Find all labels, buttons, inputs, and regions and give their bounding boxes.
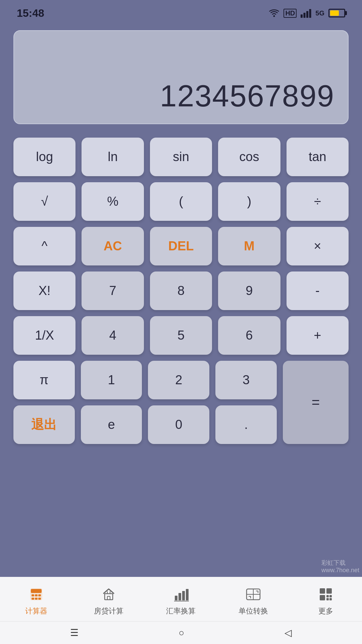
svg-rect-30	[326, 598, 329, 600]
btn-ln[interactable]: ln	[82, 138, 144, 176]
btn-percent[interactable]: %	[82, 182, 144, 221]
bottom-navigation: 计算器 房贷计算	[0, 577, 362, 644]
svg-rect-3	[306, 11, 308, 18]
btn-exit[interactable]: 退出	[13, 405, 75, 444]
gesture-menu[interactable]: ☰	[63, 626, 85, 640]
grid-icon	[317, 585, 335, 603]
svg-rect-27	[320, 595, 325, 600]
chart-icon	[172, 585, 190, 603]
watermark: 彩虹下载www.7hoe.net	[319, 557, 362, 575]
svg-rect-12	[38, 598, 41, 600]
nav-house-loan[interactable]: 房贷计算	[72, 585, 145, 616]
btn-sqrt[interactable]: √	[13, 182, 75, 221]
svg-rect-20	[186, 589, 189, 600]
row-num0: 退出 e 0 .	[13, 405, 277, 444]
btn-sin[interactable]: sin	[150, 138, 212, 176]
svg-rect-10	[32, 598, 34, 600]
svg-point-0	[273, 15, 275, 17]
row-num456: 1/X 4 5 6 +	[13, 316, 349, 355]
house-icon	[100, 585, 118, 603]
btn-cos[interactable]: cos	[218, 138, 280, 176]
btn-4[interactable]: 4	[82, 316, 144, 355]
btn-dot[interactable]: .	[215, 405, 277, 444]
gesture-back[interactable]: ◁	[278, 626, 299, 640]
row-num123-equal: π 1 2 3 退出 e 0 . =	[13, 361, 349, 444]
nav-calculator[interactable]: 计算器	[0, 585, 72, 616]
btn-tan[interactable]: tan	[287, 138, 349, 176]
nav-more-label: 更多	[318, 606, 333, 616]
btn-del[interactable]: DEL	[150, 227, 212, 265]
battery-fill	[330, 10, 339, 16]
svg-rect-9	[38, 594, 41, 596]
gesture-home[interactable]: ○	[172, 626, 191, 640]
btn-power[interactable]: ^	[13, 227, 75, 265]
svg-rect-8	[35, 594, 38, 596]
btn-3[interactable]: 3	[215, 361, 277, 399]
btn-2[interactable]: 2	[148, 361, 209, 399]
btn-7[interactable]: 7	[82, 271, 144, 310]
btn-0[interactable]: 0	[148, 405, 209, 444]
btn-divide[interactable]: ÷	[287, 182, 349, 221]
svg-rect-26	[326, 588, 332, 594]
status-time: 15:48	[17, 7, 44, 19]
transfer-icon	[244, 585, 262, 603]
btn-ac[interactable]: AC	[82, 227, 144, 265]
left-section: π 1 2 3 退出 e 0 .	[13, 361, 277, 444]
nav-house-loan-label: 房贷计算	[94, 606, 123, 616]
btn-plus[interactable]: +	[287, 316, 349, 355]
nav-calculator-label: 计算器	[25, 606, 47, 616]
svg-rect-1	[301, 14, 303, 18]
nav-exchange[interactable]: 汇率换算	[145, 585, 217, 616]
btn-e[interactable]: e	[81, 405, 142, 444]
btn-pi[interactable]: π	[13, 361, 75, 399]
btn-6[interactable]: 6	[218, 316, 280, 355]
row-operators1: √ % ( ) ÷	[13, 182, 349, 221]
svg-rect-18	[178, 593, 181, 600]
btn-factorial[interactable]: X!	[13, 271, 75, 310]
svg-rect-2	[304, 13, 306, 18]
right-equal-section: =	[283, 361, 349, 444]
svg-rect-7	[32, 594, 34, 596]
nav-items: 计算器 房贷计算	[0, 577, 362, 621]
calculator-keypad: log ln sin cos tan √ % ( ) ÷ ^ AC DEL M …	[0, 138, 362, 444]
btn-1[interactable]: 1	[81, 361, 142, 399]
btn-right-paren[interactable]: )	[218, 182, 280, 221]
svg-rect-29	[329, 595, 332, 597]
svg-rect-25	[320, 588, 325, 594]
btn-8[interactable]: 8	[150, 271, 212, 310]
btn-minus[interactable]: -	[287, 271, 349, 310]
status-icons: HD 5G	[269, 8, 345, 18]
wifi-icon	[269, 8, 279, 18]
hd-badge: HD	[283, 9, 297, 18]
row-num789: X! 7 8 9 -	[13, 271, 349, 310]
btn-memory[interactable]: M	[218, 227, 280, 265]
battery-icon	[328, 9, 345, 17]
nav-unit-label: 单位转换	[239, 606, 268, 616]
btn-5[interactable]: 5	[150, 316, 212, 355]
btn-equal[interactable]: =	[283, 361, 349, 444]
calculator-icon	[27, 585, 45, 603]
display-value: 1234567899	[160, 79, 334, 113]
svg-rect-4	[309, 9, 311, 18]
btn-left-paren[interactable]: (	[150, 182, 212, 221]
btn-9[interactable]: 9	[218, 271, 280, 310]
svg-rect-11	[35, 598, 38, 600]
btn-reciprocal[interactable]: 1/X	[13, 316, 75, 355]
row-operators2: ^ AC DEL M ×	[13, 227, 349, 265]
svg-rect-6	[31, 589, 42, 593]
btn-log[interactable]: log	[13, 138, 75, 176]
nav-exchange-label: 汇率换算	[166, 606, 196, 616]
row-scientific: log ln sin cos tan	[13, 138, 349, 176]
display-screen: 1234567899	[13, 30, 349, 124]
nav-more[interactable]: 更多	[290, 585, 362, 616]
status-bar: 15:48 HD 5G	[0, 0, 362, 23]
svg-rect-17	[175, 596, 177, 600]
svg-rect-28	[326, 595, 329, 597]
nav-unit-convert[interactable]: 单位转换	[217, 585, 290, 616]
svg-rect-14	[107, 596, 110, 600]
signal-icon	[301, 8, 311, 18]
svg-rect-19	[182, 591, 185, 600]
gesture-bar: ☰ ○ ◁	[0, 621, 362, 644]
btn-multiply[interactable]: ×	[287, 227, 349, 265]
row-num123: π 1 2 3	[13, 361, 277, 399]
